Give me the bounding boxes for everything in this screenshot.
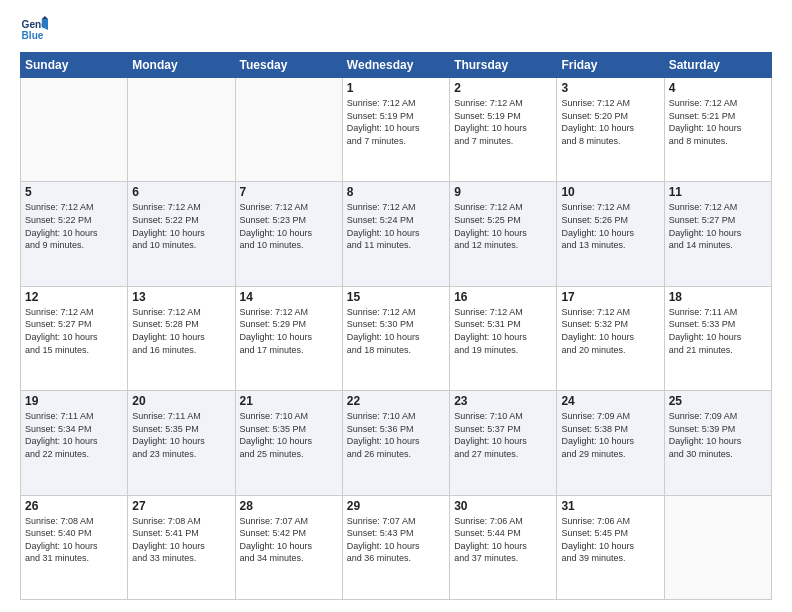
calendar-cell: 29Sunrise: 7:07 AM Sunset: 5:43 PM Dayli…	[342, 495, 449, 599]
calendar-cell: 26Sunrise: 7:08 AM Sunset: 5:40 PM Dayli…	[21, 495, 128, 599]
day-number: 17	[561, 290, 659, 304]
calendar-cell	[21, 78, 128, 182]
day-number: 25	[669, 394, 767, 408]
day-number: 12	[25, 290, 123, 304]
calendar-week-row: 1Sunrise: 7:12 AM Sunset: 5:19 PM Daylig…	[21, 78, 772, 182]
day-info: Sunrise: 7:09 AM Sunset: 5:38 PM Dayligh…	[561, 410, 659, 460]
calendar-cell: 1Sunrise: 7:12 AM Sunset: 5:19 PM Daylig…	[342, 78, 449, 182]
day-number: 14	[240, 290, 338, 304]
day-number: 31	[561, 499, 659, 513]
calendar-cell: 18Sunrise: 7:11 AM Sunset: 5:33 PM Dayli…	[664, 286, 771, 390]
day-info: Sunrise: 7:12 AM Sunset: 5:30 PM Dayligh…	[347, 306, 445, 356]
day-info: Sunrise: 7:12 AM Sunset: 5:19 PM Dayligh…	[454, 97, 552, 147]
page: General Blue SundayMondayTuesdayWednesda…	[0, 0, 792, 612]
day-info: Sunrise: 7:10 AM Sunset: 5:35 PM Dayligh…	[240, 410, 338, 460]
weekday-header-monday: Monday	[128, 53, 235, 78]
calendar-cell	[235, 78, 342, 182]
day-info: Sunrise: 7:12 AM Sunset: 5:21 PM Dayligh…	[669, 97, 767, 147]
calendar-cell: 30Sunrise: 7:06 AM Sunset: 5:44 PM Dayli…	[450, 495, 557, 599]
calendar-week-row: 26Sunrise: 7:08 AM Sunset: 5:40 PM Dayli…	[21, 495, 772, 599]
day-info: Sunrise: 7:12 AM Sunset: 5:26 PM Dayligh…	[561, 201, 659, 251]
day-info: Sunrise: 7:07 AM Sunset: 5:43 PM Dayligh…	[347, 515, 445, 565]
calendar-cell: 9Sunrise: 7:12 AM Sunset: 5:25 PM Daylig…	[450, 182, 557, 286]
day-info: Sunrise: 7:10 AM Sunset: 5:37 PM Dayligh…	[454, 410, 552, 460]
calendar-cell: 12Sunrise: 7:12 AM Sunset: 5:27 PM Dayli…	[21, 286, 128, 390]
calendar-week-row: 19Sunrise: 7:11 AM Sunset: 5:34 PM Dayli…	[21, 391, 772, 495]
calendar-cell: 11Sunrise: 7:12 AM Sunset: 5:27 PM Dayli…	[664, 182, 771, 286]
day-info: Sunrise: 7:09 AM Sunset: 5:39 PM Dayligh…	[669, 410, 767, 460]
calendar-cell: 3Sunrise: 7:12 AM Sunset: 5:20 PM Daylig…	[557, 78, 664, 182]
day-number: 21	[240, 394, 338, 408]
day-info: Sunrise: 7:12 AM Sunset: 5:32 PM Dayligh…	[561, 306, 659, 356]
day-number: 22	[347, 394, 445, 408]
calendar-cell: 27Sunrise: 7:08 AM Sunset: 5:41 PM Dayli…	[128, 495, 235, 599]
calendar-week-row: 12Sunrise: 7:12 AM Sunset: 5:27 PM Dayli…	[21, 286, 772, 390]
svg-text:Blue: Blue	[22, 30, 44, 41]
weekday-header-sunday: Sunday	[21, 53, 128, 78]
day-info: Sunrise: 7:12 AM Sunset: 5:22 PM Dayligh…	[25, 201, 123, 251]
day-info: Sunrise: 7:11 AM Sunset: 5:35 PM Dayligh…	[132, 410, 230, 460]
day-number: 3	[561, 81, 659, 95]
day-info: Sunrise: 7:12 AM Sunset: 5:28 PM Dayligh…	[132, 306, 230, 356]
weekday-header-friday: Friday	[557, 53, 664, 78]
day-number: 20	[132, 394, 230, 408]
day-info: Sunrise: 7:07 AM Sunset: 5:42 PM Dayligh…	[240, 515, 338, 565]
header: General Blue	[20, 16, 772, 44]
weekday-header-wednesday: Wednesday	[342, 53, 449, 78]
day-number: 8	[347, 185, 445, 199]
day-number: 28	[240, 499, 338, 513]
day-number: 5	[25, 185, 123, 199]
calendar-cell: 4Sunrise: 7:12 AM Sunset: 5:21 PM Daylig…	[664, 78, 771, 182]
day-info: Sunrise: 7:11 AM Sunset: 5:33 PM Dayligh…	[669, 306, 767, 356]
day-number: 6	[132, 185, 230, 199]
day-number: 19	[25, 394, 123, 408]
calendar-cell: 6Sunrise: 7:12 AM Sunset: 5:22 PM Daylig…	[128, 182, 235, 286]
calendar-cell: 22Sunrise: 7:10 AM Sunset: 5:36 PM Dayli…	[342, 391, 449, 495]
weekday-header-tuesday: Tuesday	[235, 53, 342, 78]
day-info: Sunrise: 7:12 AM Sunset: 5:27 PM Dayligh…	[669, 201, 767, 251]
calendar-cell	[664, 495, 771, 599]
calendar-cell: 31Sunrise: 7:06 AM Sunset: 5:45 PM Dayli…	[557, 495, 664, 599]
calendar-cell: 15Sunrise: 7:12 AM Sunset: 5:30 PM Dayli…	[342, 286, 449, 390]
day-number: 10	[561, 185, 659, 199]
day-info: Sunrise: 7:12 AM Sunset: 5:24 PM Dayligh…	[347, 201, 445, 251]
day-info: Sunrise: 7:12 AM Sunset: 5:20 PM Dayligh…	[561, 97, 659, 147]
day-info: Sunrise: 7:12 AM Sunset: 5:31 PM Dayligh…	[454, 306, 552, 356]
calendar-cell: 14Sunrise: 7:12 AM Sunset: 5:29 PM Dayli…	[235, 286, 342, 390]
day-info: Sunrise: 7:12 AM Sunset: 5:19 PM Dayligh…	[347, 97, 445, 147]
day-info: Sunrise: 7:10 AM Sunset: 5:36 PM Dayligh…	[347, 410, 445, 460]
day-number: 18	[669, 290, 767, 304]
day-info: Sunrise: 7:12 AM Sunset: 5:27 PM Dayligh…	[25, 306, 123, 356]
calendar-cell: 28Sunrise: 7:07 AM Sunset: 5:42 PM Dayli…	[235, 495, 342, 599]
day-number: 16	[454, 290, 552, 304]
day-number: 7	[240, 185, 338, 199]
calendar-cell: 7Sunrise: 7:12 AM Sunset: 5:23 PM Daylig…	[235, 182, 342, 286]
calendar-header-row: SundayMondayTuesdayWednesdayThursdayFrid…	[21, 53, 772, 78]
day-number: 2	[454, 81, 552, 95]
day-number: 26	[25, 499, 123, 513]
calendar-cell: 13Sunrise: 7:12 AM Sunset: 5:28 PM Dayli…	[128, 286, 235, 390]
day-number: 23	[454, 394, 552, 408]
day-number: 11	[669, 185, 767, 199]
logo-icon: General Blue	[20, 16, 48, 44]
day-number: 29	[347, 499, 445, 513]
calendar-cell: 16Sunrise: 7:12 AM Sunset: 5:31 PM Dayli…	[450, 286, 557, 390]
calendar-cell: 10Sunrise: 7:12 AM Sunset: 5:26 PM Dayli…	[557, 182, 664, 286]
day-number: 9	[454, 185, 552, 199]
day-info: Sunrise: 7:08 AM Sunset: 5:41 PM Dayligh…	[132, 515, 230, 565]
day-info: Sunrise: 7:06 AM Sunset: 5:45 PM Dayligh…	[561, 515, 659, 565]
calendar-week-row: 5Sunrise: 7:12 AM Sunset: 5:22 PM Daylig…	[21, 182, 772, 286]
day-number: 1	[347, 81, 445, 95]
calendar-cell	[128, 78, 235, 182]
day-info: Sunrise: 7:11 AM Sunset: 5:34 PM Dayligh…	[25, 410, 123, 460]
svg-marker-3	[42, 16, 48, 19]
calendar-cell: 19Sunrise: 7:11 AM Sunset: 5:34 PM Dayli…	[21, 391, 128, 495]
day-number: 4	[669, 81, 767, 95]
calendar-table: SundayMondayTuesdayWednesdayThursdayFrid…	[20, 52, 772, 600]
weekday-header-saturday: Saturday	[664, 53, 771, 78]
calendar-cell: 21Sunrise: 7:10 AM Sunset: 5:35 PM Dayli…	[235, 391, 342, 495]
day-number: 30	[454, 499, 552, 513]
calendar-cell: 2Sunrise: 7:12 AM Sunset: 5:19 PM Daylig…	[450, 78, 557, 182]
calendar-cell: 23Sunrise: 7:10 AM Sunset: 5:37 PM Dayli…	[450, 391, 557, 495]
day-number: 27	[132, 499, 230, 513]
